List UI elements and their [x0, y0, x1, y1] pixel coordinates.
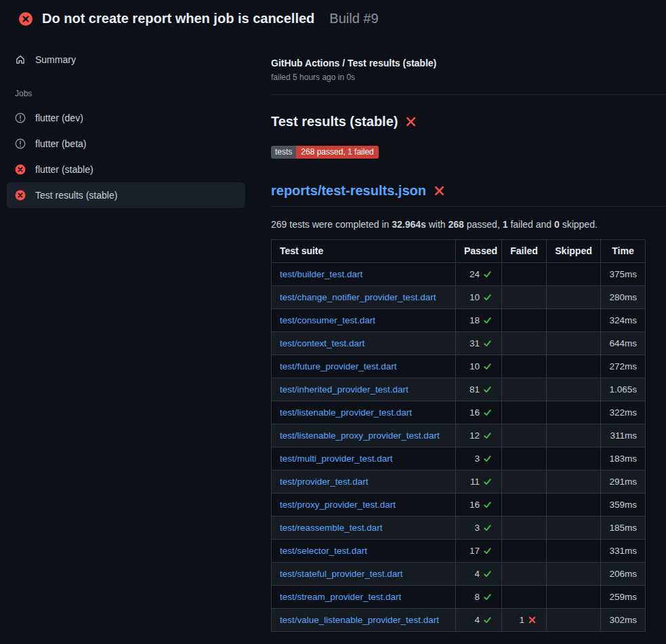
check-icon [483, 385, 492, 394]
skipped-cell [547, 309, 601, 332]
check-header: Do not create report when job is cancell… [0, 0, 666, 33]
table-row: test/builder_test.dart 24 375ms [272, 263, 646, 286]
passed-count: 4 [474, 615, 480, 625]
report-title-link[interactable]: reports/test-results.json [271, 183, 426, 199]
suite-link[interactable]: test/builder_test.dart [280, 269, 362, 279]
check-icon [483, 616, 492, 624]
suite-link[interactable]: test/future_provider_test.dart [280, 361, 397, 371]
passed-count: 10 [470, 361, 480, 371]
passed-count: 3 [474, 523, 480, 533]
passed-count: 4 [474, 569, 480, 579]
suite-cell: test/multi_provider_test.dart [272, 447, 456, 470]
suite-link[interactable]: test/listenable_provider_test.dart [280, 407, 412, 418]
failed-cell [502, 401, 547, 424]
failed-cell [502, 309, 547, 332]
suite-link[interactable]: test/consumer_test.dart [280, 315, 375, 325]
time-cell: 206ms [601, 563, 646, 586]
col-header-test-suite: Test suite [272, 240, 456, 263]
suite-cell: test/context_test.dart [272, 332, 456, 355]
table-row: test/change_notifier_provider_test.dart … [272, 286, 646, 309]
skipped-cell [547, 540, 601, 563]
suite-cell: test/proxy_provider_test.dart [272, 494, 456, 517]
table-row: test/stream_provider_test.dart 8 259ms [272, 586, 646, 609]
suite-link[interactable]: test/context_test.dart [280, 338, 365, 348]
suite-link[interactable]: test/reassemble_test.dart [280, 523, 383, 533]
sidebar-item-job[interactable]: flutter (dev) [7, 105, 245, 131]
col-header-time: Time [601, 240, 646, 263]
passed-count: 3 [474, 454, 480, 464]
check-icon [483, 293, 492, 302]
failed-cell [502, 286, 547, 309]
suite-cell: test/inherited_provider_test.dart [272, 378, 456, 401]
table-row: test/value_listenable_provider_test.dart… [272, 609, 646, 632]
table-row: test/listenable_provider_test.dart 16 32… [272, 401, 646, 424]
passed-cell: 17 [456, 540, 502, 563]
failed-cell [502, 263, 547, 286]
passed-cell: 81 [456, 378, 502, 401]
check-icon [483, 500, 492, 509]
passed-cell: 18 [456, 309, 502, 332]
tests-badge-value: 268 passed, 1 failed [296, 146, 378, 159]
check-icon [483, 569, 492, 578]
suite-cell: test/provider_test.dart [272, 470, 456, 494]
main-content: GitHub Actions / Test results (stable) f… [252, 33, 666, 632]
suite-link[interactable]: test/change_notifier_provider_test.dart [280, 292, 436, 302]
suite-link[interactable]: test/selector_test.dart [280, 546, 367, 556]
suite-link[interactable]: test/stateful_provider_test.dart [280, 569, 403, 579]
table-row: test/context_test.dart 31 644ms [272, 332, 646, 355]
suite-cell: test/consumer_test.dart [272, 309, 456, 332]
check-icon [483, 477, 492, 486]
suite-link[interactable]: test/proxy_provider_test.dart [280, 500, 396, 510]
jobs-section-label: Jobs [15, 89, 245, 98]
table-row: test/proxy_provider_test.dart 16 359ms [272, 494, 646, 517]
suite-link[interactable]: test/provider_test.dart [280, 477, 369, 487]
sidebar-item-job[interactable]: flutter (stable) [7, 157, 245, 182]
suite-link[interactable]: test/inherited_provider_test.dart [280, 384, 409, 395]
sidebar-item-job[interactable]: flutter (beta) [7, 131, 245, 157]
passed-count: 18 [470, 315, 480, 325]
passed-cell: 24 [456, 263, 502, 286]
table-row: test/selector_test.dart 17 331ms [272, 540, 646, 563]
skipped-cell [547, 263, 601, 286]
time-cell: 311ms [601, 424, 646, 447]
time-cell: 185ms [601, 517, 646, 540]
time-cell: 359ms [601, 494, 646, 517]
suite-link[interactable]: test/listenable_proxy_provider_test.dart [280, 430, 440, 441]
report-title: reports/test-results.json [271, 183, 666, 207]
skipped-cell [547, 378, 601, 401]
sidebar-item-summary[interactable]: Summary [7, 47, 245, 73]
failed-cell [502, 332, 547, 355]
table-row: test/listenable_proxy_provider_test.dart… [272, 424, 646, 447]
passed-cell: 10 [456, 286, 502, 309]
passed-count: 8 [474, 592, 480, 602]
suite-link[interactable]: test/multi_provider_test.dart [280, 454, 393, 464]
passed-count: 16 [470, 500, 480, 510]
suite-link[interactable]: test/value_listenable_provider_test.dart [280, 615, 439, 625]
check-icon [483, 523, 492, 532]
passed-cell: 10 [456, 355, 502, 378]
passed-count: 11 [470, 477, 480, 487]
check-icon [483, 592, 492, 601]
suite-cell: test/builder_test.dart [272, 263, 456, 286]
passed-cell: 31 [456, 332, 502, 355]
jobs-list: flutter (dev) flutter (beta) [7, 105, 245, 208]
suite-link[interactable]: test/stream_provider_test.dart [280, 592, 401, 602]
failed-cell [502, 586, 547, 609]
time-cell: 291ms [601, 470, 646, 494]
table-row: test/consumer_test.dart 18 324ms [272, 309, 646, 332]
suite-cell: test/value_listenable_provider_test.dart [272, 609, 456, 632]
sidebar-item-label: flutter (dev) [35, 113, 83, 123]
suite-cell: test/change_notifier_provider_test.dart [272, 286, 456, 309]
failed-cell [502, 494, 547, 517]
passed-count: 12 [470, 430, 480, 441]
passed-count: 10 [470, 292, 480, 302]
check-icon [483, 431, 492, 440]
suite-cell: test/stream_provider_test.dart [272, 586, 456, 609]
skipped-cell [547, 332, 601, 355]
neutral-status-icon [15, 138, 26, 149]
time-cell: 183ms [601, 447, 646, 470]
sidebar-item-job[interactable]: Test results (stable) [7, 182, 245, 208]
passed-cell: 8 [456, 586, 502, 609]
failed-cell [502, 470, 547, 494]
status-line: failed 5 hours ago in 0s [271, 73, 666, 82]
